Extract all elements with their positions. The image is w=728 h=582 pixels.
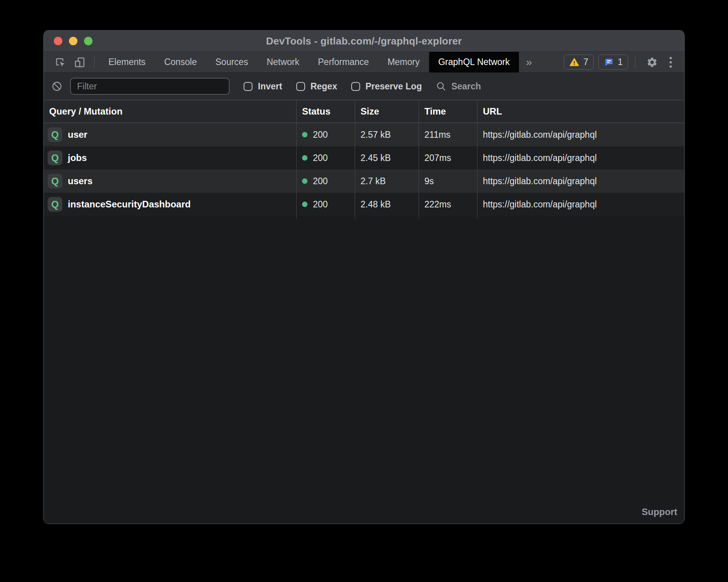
- tab-performance[interactable]: Performance: [309, 52, 378, 72]
- query-name: users: [68, 176, 93, 187]
- table-row[interactable]: Q instanceSecurityDashboard 200 2.48 kB …: [44, 193, 684, 216]
- column-header-status[interactable]: Status: [297, 100, 355, 123]
- issues-badge[interactable]: 1: [598, 55, 628, 70]
- search-label: Search: [451, 81, 481, 92]
- query-type-letter: Q: [51, 152, 58, 164]
- issues-count: 1: [618, 57, 623, 67]
- window-title: DevTools - gitlab.com/-/graphql-explorer: [266, 35, 462, 47]
- status-ok-dot: [302, 178, 307, 184]
- table-body: Q user 200 2.57 kB 211ms https://gitlab.…: [44, 123, 684, 524]
- kebab-dot: [670, 65, 672, 68]
- support-link[interactable]: Support: [642, 507, 677, 517]
- status-ok-dot: [302, 202, 307, 207]
- warnings-count: 7: [583, 57, 588, 67]
- devtools-tab-bar: Elements Console Sources Network Perform…: [44, 52, 684, 72]
- url-value: https://gitlab.com/api/graphql: [477, 146, 684, 169]
- tab-network[interactable]: Network: [258, 52, 309, 72]
- time-value: 207ms: [419, 146, 477, 169]
- network-filter-toolbar: Invert Regex Preserve Log Search: [44, 72, 684, 100]
- column-header-url[interactable]: URL: [477, 100, 684, 123]
- status-ok-dot: [302, 132, 307, 137]
- kebab-dot: [670, 61, 672, 63]
- devtools-window: DevTools - gitlab.com/-/graphql-explorer…: [43, 30, 685, 524]
- regex-label: Regex: [311, 81, 337, 92]
- query-type-badge: Q: [48, 151, 62, 165]
- table-row[interactable]: Q users 200 2.7 kB 9s https://gitlab.com…: [44, 169, 684, 193]
- table-header: Query / Mutation Status Size Time URL: [44, 100, 684, 123]
- time-value: 211ms: [419, 123, 477, 146]
- status-code: 200: [313, 176, 328, 187]
- device-toolbar-icon: [74, 56, 86, 68]
- table-row[interactable]: Q user 200 2.57 kB 211ms https://gitlab.…: [44, 123, 684, 146]
- query-name: instanceSecurityDashboard: [68, 199, 191, 210]
- tab-memory[interactable]: Memory: [378, 52, 429, 72]
- preserve-log-checkbox[interactable]: [351, 82, 360, 91]
- close-button[interactable]: [54, 37, 62, 45]
- filter-input[interactable]: [70, 78, 230, 95]
- size-value: 2.57 kB: [355, 123, 419, 146]
- window-controls: [54, 31, 93, 51]
- status-code: 200: [313, 153, 328, 163]
- warning-triangle-icon: [569, 57, 579, 67]
- preserve-log-label: Preserve Log: [366, 81, 422, 92]
- tab-elements[interactable]: Elements: [99, 52, 155, 72]
- query-type-letter: Q: [51, 129, 58, 140]
- search-button[interactable]: Search: [436, 81, 481, 92]
- regex-checkbox[interactable]: [296, 82, 305, 91]
- table-row[interactable]: Q jobs 200 2.45 kB 207ms https://gitlab.…: [44, 146, 684, 169]
- time-value: 9s: [419, 169, 477, 193]
- url-value: https://gitlab.com/api/graphql: [477, 123, 684, 146]
- tab-graphql-network[interactable]: GraphQL Network: [429, 52, 519, 72]
- query-type-badge: Q: [48, 127, 62, 142]
- title-bar: DevTools - gitlab.com/-/graphql-explorer: [44, 31, 684, 52]
- issues-chat-icon: [604, 57, 614, 67]
- minimize-button[interactable]: [69, 37, 77, 45]
- invert-label: Invert: [258, 81, 282, 92]
- clear-log-button[interactable]: [52, 81, 62, 92]
- query-name: user: [68, 129, 88, 140]
- size-value: 2.7 kB: [355, 169, 419, 193]
- tab-console[interactable]: Console: [155, 52, 206, 72]
- query-type-letter: Q: [51, 199, 58, 210]
- query-type-badge: Q: [48, 197, 62, 212]
- tab-sources[interactable]: Sources: [206, 52, 257, 72]
- size-value: 2.45 kB: [355, 146, 419, 169]
- status-code: 200: [313, 130, 328, 140]
- inspect-element-button[interactable]: [51, 52, 70, 72]
- query-type-badge: Q: [48, 174, 62, 188]
- query-type-letter: Q: [51, 176, 58, 187]
- table-rows: Q user 200 2.57 kB 211ms https://gitlab.…: [44, 123, 684, 216]
- status-code: 200: [313, 199, 328, 210]
- zoom-button[interactable]: [84, 37, 93, 45]
- status-ok-dot: [302, 155, 307, 161]
- url-value: https://gitlab.com/api/graphql: [477, 169, 684, 193]
- toolbar-divider: [94, 56, 94, 68]
- gear-icon: [646, 56, 658, 68]
- invert-checkbox[interactable]: [244, 82, 252, 91]
- column-header-time[interactable]: Time: [419, 100, 477, 123]
- device-toolbar-button[interactable]: [70, 52, 89, 72]
- search-icon: [436, 81, 446, 92]
- size-value: 2.48 kB: [355, 193, 419, 216]
- inspect-cursor-icon: [55, 56, 66, 68]
- more-tabs-button[interactable]: »: [519, 52, 539, 72]
- more-options-button[interactable]: [666, 57, 675, 68]
- kebab-dot: [670, 57, 672, 59]
- column-header-query-mutation[interactable]: Query / Mutation: [44, 100, 297, 123]
- query-name: jobs: [68, 152, 87, 163]
- warnings-badge[interactable]: 7: [564, 55, 594, 70]
- url-value: https://gitlab.com/api/graphql: [477, 193, 684, 216]
- time-value: 222ms: [419, 193, 477, 216]
- toolbar-divider: [635, 56, 635, 68]
- block-icon: [52, 81, 62, 92]
- settings-button[interactable]: [642, 56, 662, 68]
- column-header-size[interactable]: Size: [355, 100, 419, 123]
- column-divider-stub: [44, 216, 684, 219]
